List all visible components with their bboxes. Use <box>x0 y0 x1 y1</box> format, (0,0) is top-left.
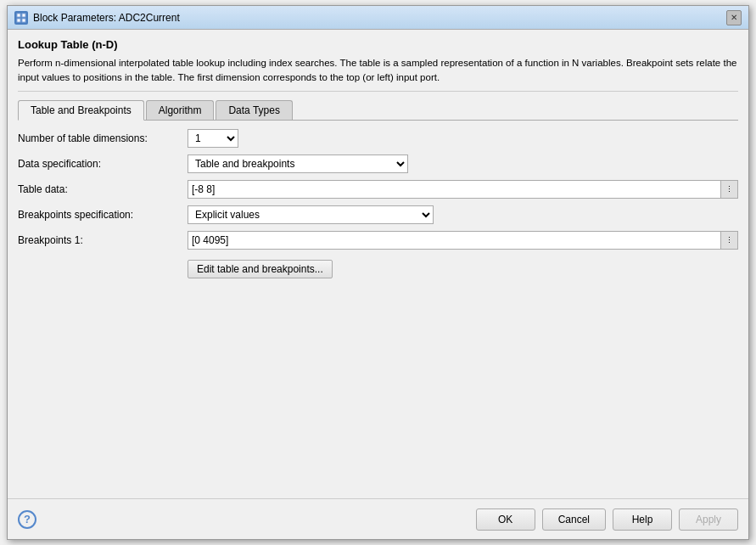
table-data-input[interactable] <box>188 180 721 199</box>
edit-table-button[interactable]: Edit table and breakpoints... <box>188 260 333 278</box>
breakpoints-1-label: Breakpoints 1: <box>18 234 188 246</box>
tab-data-types[interactable]: Data Types <box>216 100 292 120</box>
data-spec-select[interactable]: Table and breakpoints Lookup table objec… <box>188 155 408 173</box>
table-data-btn[interactable]: ⋮ <box>721 180 738 199</box>
block-icon <box>14 11 28 25</box>
block-title: Lookup Table (n-D) <box>18 38 738 51</box>
dialog-body: Lookup Table (n-D) Perform n-dimensional… <box>8 30 748 498</box>
dialog-window: Block Parameters: ADC2Current ✕ Lookup T… <box>7 5 749 540</box>
dialog-footer: ? OK Cancel Help Apply <box>8 498 748 539</box>
table-data-control: ⋮ <box>188 180 738 199</box>
title-bar: Block Parameters: ADC2Current ✕ <box>8 6 748 30</box>
tab-table-breakpoints[interactable]: Table and Breakpoints <box>18 100 144 121</box>
param-row-data-spec: Data specification: Table and breakpoint… <box>18 155 738 173</box>
breakpoints-spec-control: Explicit values Even spacing <box>188 205 738 224</box>
table-data-input-group: ⋮ <box>188 180 738 199</box>
ok-button[interactable]: OK <box>476 508 535 531</box>
footer-right: OK Cancel Help Apply <box>476 508 738 531</box>
tabs-bar: Table and Breakpoints Algorithm Data Typ… <box>18 100 738 121</box>
param-row-table-data: Table data: ⋮ <box>18 180 738 199</box>
title-bar-left: Block Parameters: ADC2Current <box>14 11 180 25</box>
svg-rect-2 <box>17 19 20 22</box>
param-row-breakpoints-1: Breakpoints 1: ⋮ <box>18 231 738 250</box>
edit-table-row: Edit table and breakpoints... <box>18 256 738 278</box>
num-dimensions-control: 1 2 3 4 <box>188 129 738 148</box>
param-row-num-dimensions: Number of table dimensions: 1 2 3 4 <box>18 129 738 148</box>
breakpoints-spec-select[interactable]: Explicit values Even spacing <box>188 205 434 224</box>
svg-rect-1 <box>22 14 25 17</box>
data-spec-control: Table and breakpoints Lookup table objec… <box>188 155 738 173</box>
param-row-breakpoints-spec: Breakpoints specification: Explicit valu… <box>18 205 738 224</box>
breakpoints-1-input[interactable] <box>188 231 721 250</box>
cancel-button[interactable]: Cancel <box>542 508 606 531</box>
dialog-title: Block Parameters: ADC2Current <box>33 12 180 24</box>
breakpoints-spec-label: Breakpoints specification: <box>18 209 188 221</box>
params-area: Number of table dimensions: 1 2 3 4 Data… <box>18 129 738 492</box>
description-text: Perform n-dimensional interpolated table… <box>18 56 738 92</box>
tab-algorithm[interactable]: Algorithm <box>146 100 215 120</box>
breakpoints-1-btn[interactable]: ⋮ <box>721 231 738 250</box>
svg-rect-0 <box>17 14 20 17</box>
table-data-label: Table data: <box>18 183 188 195</box>
help-button[interactable]: Help <box>613 508 672 531</box>
close-button[interactable]: ✕ <box>726 10 742 25</box>
num-dimensions-select[interactable]: 1 2 3 4 <box>188 129 238 148</box>
breakpoints-1-input-group: ⋮ <box>188 231 738 250</box>
data-spec-label: Data specification: <box>18 158 188 170</box>
apply-button[interactable]: Apply <box>679 508 738 531</box>
num-dimensions-label: Number of table dimensions: <box>18 132 188 144</box>
footer-left: ? <box>18 510 36 529</box>
help-circle-icon[interactable]: ? <box>18 510 36 529</box>
svg-rect-3 <box>22 19 25 22</box>
breakpoints-1-control: ⋮ <box>188 231 738 250</box>
